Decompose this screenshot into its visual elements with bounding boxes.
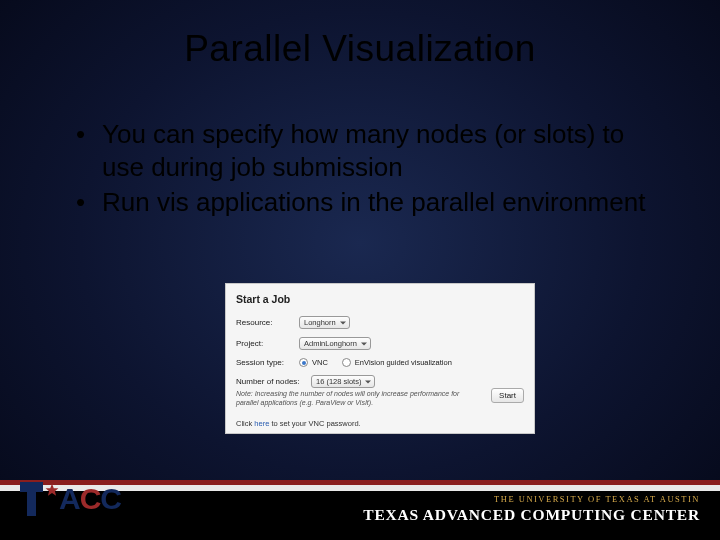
nodes-note: Note: Increasing the number of nodes wil… [236,390,461,408]
vnc-here-link[interactable]: here [254,419,269,428]
nodes-label: Number of nodes: [236,377,306,386]
start-button[interactable]: Start [491,388,524,403]
project-label: Project: [236,339,294,348]
footer: A C C THE UNIVERSITY OF TEXAS AT AUSTIN … [0,480,720,540]
bullet-item: You can specify how many nodes (or slots… [72,118,648,183]
tacc-letter-c2: C [100,484,120,514]
envision-radio-label: EnVision guided visualization [355,358,452,367]
bullet-item: Run vis applications in the parallel env… [72,186,648,219]
session-type-label: Session type: [236,358,294,367]
resource-select[interactable]: Longhorn [299,316,350,329]
nodes-row: Number of nodes: 16 (128 slots) [236,375,524,388]
vnc-text-post: to set your VNC password. [269,419,360,428]
nodes-select[interactable]: 16 (128 slots) [311,375,375,388]
vnc-radio-label: VNC [312,358,328,367]
center-line: TEXAS ADVANCED COMPUTING CENTER [363,506,700,524]
university-line: THE UNIVERSITY OF TEXAS AT AUSTIN [363,494,700,504]
svg-marker-0 [46,484,59,496]
tacc-letter-a: A [59,484,79,514]
vnc-text-pre: Click [236,419,254,428]
tacc-logo: A C C [20,474,140,524]
tacc-letter-c1: C [80,484,100,514]
envision-radio[interactable] [342,358,351,367]
panel-heading: Start a Job [236,293,524,305]
resource-row: Resource: Longhorn [236,316,524,329]
footer-right-text: THE UNIVERSITY OF TEXAS AT AUSTIN TEXAS … [363,494,700,524]
star-icon [45,483,59,497]
resource-label: Resource: [236,318,294,327]
project-select[interactable]: AdminLonghorn [299,337,371,350]
bullet-list: You can specify how many nodes (or slots… [72,118,648,219]
project-row: Project: AdminLonghorn [236,337,524,350]
vnc-radio[interactable] [299,358,308,367]
tacc-letter-t-icon [20,482,43,516]
start-job-panel: Start a Job Resource: Longhorn Project: … [225,283,535,434]
slide-title: Parallel Visualization [0,28,720,70]
session-type-row: Session type: VNC EnVision guided visual… [236,358,524,367]
vnc-password-line: Click here to set your VNC password. [236,419,524,428]
